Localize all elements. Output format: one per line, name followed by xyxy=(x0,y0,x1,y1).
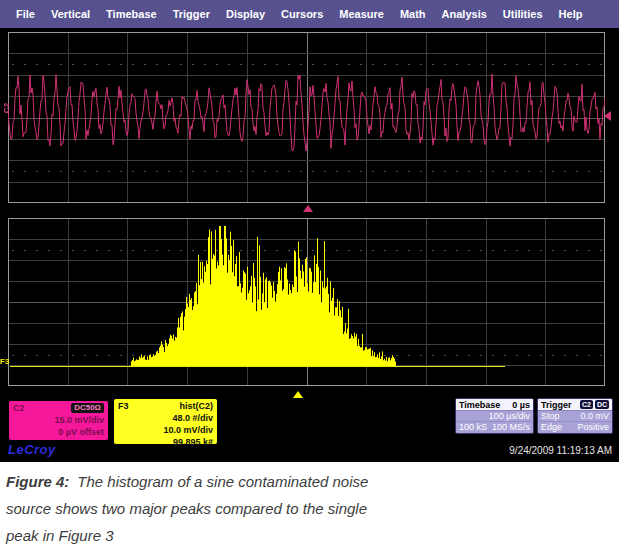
menu-timebase[interactable]: Timebase xyxy=(98,8,165,20)
trigger-mode: Stop xyxy=(541,411,560,421)
menu-utilities[interactable]: Utilities xyxy=(495,8,551,20)
f3-bins-per-div: 48.0 #/div xyxy=(118,412,213,424)
f3-mv-per-div: 10.0 mV/div xyxy=(118,424,213,436)
menu-analysis[interactable]: Analysis xyxy=(434,8,495,20)
c2-offset: 0 µV offset xyxy=(13,426,104,438)
f3-histogram-grid xyxy=(8,218,605,386)
f3-descriptor-box[interactable]: F3 hist(C2) 48.0 #/div 10.0 mV/div 99.89… xyxy=(113,398,218,445)
menu-measure[interactable]: Measure xyxy=(331,8,392,20)
oscilloscope-screenshot: File Vertical Timebase Trigger Display C… xyxy=(0,0,619,544)
trigger-type: Edge xyxy=(541,422,562,433)
figure-caption-line1: The histogram of a sine contaminated noi… xyxy=(77,473,368,490)
trigger-box[interactable]: Trigger C2 DC Stop 0.0 mV Edge Positive xyxy=(537,398,613,434)
histogram-origin-marker-icon[interactable] xyxy=(293,391,303,398)
c2-waveform-grid xyxy=(8,32,605,203)
datetime-display: 9/24/2009 11:19:13 AM xyxy=(509,445,612,456)
timebase-time-per-div: 100 µs/div xyxy=(489,411,530,421)
trigger-coupling-badge: DC xyxy=(595,400,609,409)
lecroy-logo: LeCroy xyxy=(8,442,56,457)
c2-descriptor-box[interactable]: C2 DC50Ω 15.0 mV/div 0 µV offset xyxy=(8,400,109,441)
trigger-slope: Positive xyxy=(577,422,609,433)
figure-caption-line3: peak in Figure 3 xyxy=(6,527,114,544)
trigger-time-marker-icon[interactable] xyxy=(303,205,313,212)
menu-help[interactable]: Help xyxy=(551,8,591,20)
c2-descriptor-title: C2 xyxy=(13,402,25,414)
trigger-level: 0.0 mV xyxy=(580,411,609,421)
timebase-title: Timebase xyxy=(459,400,500,410)
menu-vertical[interactable]: Vertical xyxy=(43,8,98,20)
c2-volts-per-div: 15.0 mV/div xyxy=(13,414,104,426)
menu-trigger[interactable]: Trigger xyxy=(165,8,218,20)
f3-function: hist(C2) xyxy=(180,400,214,412)
c2-trace-tag[interactable]: C2 xyxy=(3,101,11,115)
c2-coupling-badge: DC50Ω xyxy=(71,403,104,413)
menu-math[interactable]: Math xyxy=(392,8,434,20)
f3-descriptor-title: F3 xyxy=(118,400,129,412)
figure-caption: Figure 4:The histogram of a sine contami… xyxy=(0,462,619,544)
figure-caption-label: Figure 4: xyxy=(6,473,69,490)
timebase-box[interactable]: Timebase 0 µs 100 µs/div 100 kS 100 MS/s xyxy=(455,398,534,434)
timebase-delay: 0 µs xyxy=(512,400,530,410)
menu-bar: File Vertical Timebase Trigger Display C… xyxy=(0,0,619,28)
trigger-title: Trigger xyxy=(541,400,572,410)
timebase-samples: 100 kS xyxy=(459,422,487,433)
f3-trace-tag[interactable]: F3 xyxy=(0,358,9,366)
menu-cursors[interactable]: Cursors xyxy=(273,8,331,20)
trigger-level-arrow-icon[interactable] xyxy=(604,111,611,121)
trigger-source-badge: C2 xyxy=(580,400,593,409)
figure-caption-line2: source shows two major peaks compared to… xyxy=(6,500,367,517)
timebase-sample-rate: 100 MS/s xyxy=(492,422,530,433)
scope-display: C2 F3 C2 DC50Ω 15.0 mV/div 0 µV offset F… xyxy=(0,28,619,462)
f3-population: 99.895 k# xyxy=(118,436,213,448)
menu-file[interactable]: File xyxy=(8,8,43,20)
menu-display[interactable]: Display xyxy=(218,8,273,20)
